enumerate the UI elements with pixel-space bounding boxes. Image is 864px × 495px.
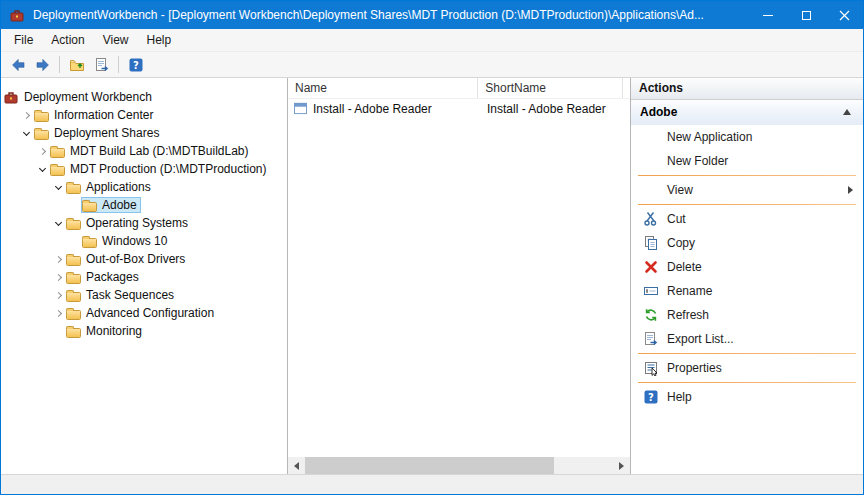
tree-item-deployment-shares[interactable]: Deployment Shares [1, 124, 287, 142]
menu-help[interactable]: Help [138, 30, 181, 50]
tree-item-label: MDT Production (D:\MDTProduction) [70, 162, 267, 176]
status-bar [1, 474, 863, 494]
folder-icon [34, 112, 49, 122]
tree-item-packages[interactable]: Packages [1, 268, 287, 286]
actions-separator [638, 382, 856, 383]
column-header-name[interactable]: Name [288, 78, 478, 98]
copy-icon [643, 235, 659, 251]
tree-item-label: MDT Build Lab (D:\MDTBuildLab) [70, 144, 249, 158]
folder-icon [66, 256, 81, 266]
tree-item-applications[interactable]: Applications [1, 178, 287, 196]
tree-item-advanced-configuration[interactable]: Advanced Configuration [1, 304, 287, 322]
action-export-list[interactable]: Export List... [631, 327, 863, 351]
action-copy[interactable]: Copy [631, 231, 863, 255]
action-view[interactable]: View [631, 178, 863, 202]
column-header-shortname[interactable]: ShortName [478, 78, 623, 98]
forward-icon [35, 57, 51, 73]
chevron-expanded-icon[interactable] [19, 126, 33, 140]
menu-view[interactable]: View [94, 30, 138, 50]
toolbar: ? [1, 52, 863, 78]
actions-separator [638, 353, 856, 354]
forward-button[interactable] [30, 54, 55, 76]
tree-item-task-sequences[interactable]: Task Sequences [1, 286, 287, 304]
back-button[interactable] [5, 54, 30, 76]
tree-item-label: Operating Systems [86, 216, 188, 230]
folder-icon [66, 310, 81, 320]
actions-pane: Actions Adobe New Application New Folder… [630, 78, 863, 474]
action-label: Cut [667, 212, 686, 226]
scroll-right-button[interactable] [613, 457, 630, 474]
results-pane: Name ShortName Install - Adobe Reader In… [288, 78, 630, 474]
folder-icon [34, 130, 49, 140]
tree-item-out-of-box-drivers[interactable]: Out-of-Box Drivers [1, 250, 287, 268]
titlebar[interactable]: DeploymentWorkbench - [Deployment Workbe… [1, 1, 863, 29]
action-cut[interactable]: Cut [631, 207, 863, 231]
cell-shortname: Install - Adobe Reader [480, 102, 626, 116]
export-list-button[interactable] [89, 54, 114, 76]
action-rename[interactable]: Rename [631, 279, 863, 303]
folder-icon [66, 328, 81, 338]
folder-icon [82, 238, 97, 248]
action-properties[interactable]: Properties [631, 356, 863, 380]
export-list-icon [94, 57, 110, 73]
tree-item-label: Out-of-Box Drivers [86, 252, 185, 266]
chevron-collapsed-icon[interactable] [19, 108, 33, 122]
svg-text:?: ? [648, 392, 654, 403]
window-controls [749, 1, 863, 29]
close-button[interactable] [825, 1, 863, 29]
action-refresh[interactable]: Refresh [631, 303, 863, 327]
chevron-collapsed-icon[interactable] [51, 306, 65, 320]
action-label: Properties [667, 361, 722, 375]
menu-file[interactable]: File [5, 30, 42, 50]
help-icon: ? [643, 389, 659, 405]
expander-slot [67, 234, 81, 248]
expander-slot [51, 324, 65, 338]
chevron-expanded-icon[interactable] [35, 162, 49, 176]
up-one-level-button[interactable] [64, 54, 89, 76]
scroll-left-button[interactable] [288, 457, 305, 474]
list-item-install-adobe-reader[interactable]: Install - Adobe Reader Install - Adobe R… [288, 99, 630, 118]
list-header: Name ShortName [288, 78, 630, 99]
action-label: Export List... [667, 332, 734, 346]
chevron-collapsed-icon[interactable] [51, 288, 65, 302]
action-delete[interactable]: Delete [631, 255, 863, 279]
folder-icon [66, 184, 81, 194]
refresh-icon [643, 307, 659, 323]
minimize-icon [763, 15, 773, 16]
tree-item-deployment-workbench[interactable]: Deployment Workbench [1, 88, 287, 106]
tree-item-mdt-production[interactable]: MDT Production (D:\MDTProduction) [1, 160, 287, 178]
tree-item-mdt-build-lab[interactable]: MDT Build Lab (D:\MDTBuildLab) [1, 142, 287, 160]
actions-separator [638, 175, 856, 176]
action-label: New Folder [667, 154, 728, 168]
tree-item-windows-10[interactable]: Windows 10 [1, 232, 287, 250]
help-button[interactable]: ? [123, 54, 148, 76]
chevron-expanded-icon[interactable] [51, 180, 65, 194]
tree-item-label: Advanced Configuration [86, 306, 214, 320]
chevron-collapsed-icon[interactable] [51, 252, 65, 266]
action-new-folder[interactable]: New Folder [631, 149, 863, 173]
chevron-collapsed-icon[interactable] [35, 144, 49, 158]
maximize-button[interactable] [787, 1, 825, 29]
chevron-collapsed-icon[interactable] [51, 270, 65, 284]
action-help[interactable]: ? Help [631, 385, 863, 409]
actions-separator [638, 204, 856, 205]
rename-icon [643, 283, 659, 299]
horizontal-scrollbar[interactable] [288, 457, 630, 474]
action-new-application[interactable]: New Application [631, 125, 863, 149]
tree-item-information-center[interactable]: Information Center [1, 106, 287, 124]
tree-item-adobe[interactable]: Adobe [1, 196, 287, 214]
actions-group-adobe[interactable]: Adobe [631, 100, 863, 125]
action-label: Rename [667, 284, 712, 298]
minimize-button[interactable] [749, 1, 787, 29]
menu-action[interactable]: Action [42, 30, 93, 50]
action-label: Refresh [667, 308, 709, 322]
scrollbar-track[interactable] [305, 457, 613, 474]
scrollbar-thumb[interactable] [305, 457, 554, 474]
tree-item-operating-systems[interactable]: Operating Systems [1, 214, 287, 232]
cell-name: Install - Adobe Reader [288, 102, 480, 116]
menubar: File Action View Help [1, 29, 863, 52]
chevron-expanded-icon[interactable] [51, 216, 65, 230]
tree-item-label: Applications [86, 180, 151, 194]
chevron-up-icon[interactable] [843, 109, 851, 115]
tree-item-monitoring[interactable]: Monitoring [1, 322, 287, 340]
